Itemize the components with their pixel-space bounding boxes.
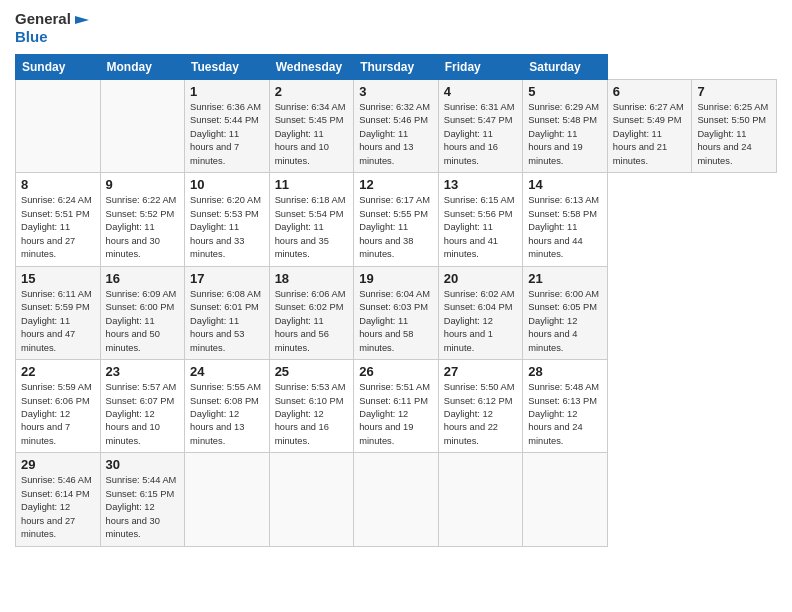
day-number: 6 <box>613 84 687 99</box>
day-info: Sunrise: 6:29 AMSunset: 5:48 PMDaylight:… <box>528 101 602 168</box>
day-number: 29 <box>21 457 95 472</box>
day-info: Sunrise: 6:24 AMSunset: 5:51 PMDaylight:… <box>21 194 95 261</box>
day-number: 2 <box>275 84 349 99</box>
day-number: 17 <box>190 271 264 286</box>
day-info: Sunrise: 6:32 AMSunset: 5:46 PMDaylight:… <box>359 101 433 168</box>
day-number: 8 <box>21 177 95 192</box>
day-info: Sunrise: 5:57 AMSunset: 6:07 PMDaylight:… <box>106 381 180 448</box>
day-info: Sunrise: 6:09 AMSunset: 6:00 PMDaylight:… <box>106 288 180 355</box>
day-number: 23 <box>106 364 180 379</box>
day-cell: 20Sunrise: 6:02 AMSunset: 6:04 PMDayligh… <box>438 266 523 359</box>
day-cell: 1Sunrise: 6:36 AMSunset: 5:44 PMDaylight… <box>185 80 270 173</box>
day-info: Sunrise: 6:06 AMSunset: 6:02 PMDaylight:… <box>275 288 349 355</box>
day-cell: 4Sunrise: 6:31 AMSunset: 5:47 PMDaylight… <box>438 80 523 173</box>
day-number: 1 <box>190 84 264 99</box>
day-cell: 24Sunrise: 5:55 AMSunset: 6:08 PMDayligh… <box>185 360 270 453</box>
empty-cell <box>100 80 185 173</box>
day-of-week-header: Wednesday <box>269 55 354 80</box>
day-number: 22 <box>21 364 95 379</box>
day-cell: 19Sunrise: 6:04 AMSunset: 6:03 PMDayligh… <box>354 266 439 359</box>
day-number: 24 <box>190 364 264 379</box>
day-cell: 2Sunrise: 6:34 AMSunset: 5:45 PMDaylight… <box>269 80 354 173</box>
day-number: 13 <box>444 177 518 192</box>
day-info: Sunrise: 5:46 AMSunset: 6:14 PMDaylight:… <box>21 474 95 541</box>
day-info: Sunrise: 5:48 AMSunset: 6:13 PMDaylight:… <box>528 381 602 448</box>
day-cell: 11Sunrise: 6:18 AMSunset: 5:54 PMDayligh… <box>269 173 354 266</box>
day-info: Sunrise: 6:31 AMSunset: 5:47 PMDaylight:… <box>444 101 518 168</box>
day-info: Sunrise: 6:08 AMSunset: 6:01 PMDaylight:… <box>190 288 264 355</box>
day-of-week-header: Friday <box>438 55 523 80</box>
day-info: Sunrise: 6:13 AMSunset: 5:58 PMDaylight:… <box>528 194 602 261</box>
day-cell: 23Sunrise: 5:57 AMSunset: 6:07 PMDayligh… <box>100 360 185 453</box>
day-cell: 9Sunrise: 6:22 AMSunset: 5:52 PMDaylight… <box>100 173 185 266</box>
day-cell: 6Sunrise: 6:27 AMSunset: 5:49 PMDaylight… <box>607 80 692 173</box>
day-number: 19 <box>359 271 433 286</box>
day-cell: 5Sunrise: 6:29 AMSunset: 5:48 PMDaylight… <box>523 80 608 173</box>
day-cell: 29Sunrise: 5:46 AMSunset: 6:14 PMDayligh… <box>16 453 101 546</box>
day-number: 5 <box>528 84 602 99</box>
day-cell: 12Sunrise: 6:17 AMSunset: 5:55 PMDayligh… <box>354 173 439 266</box>
day-info: Sunrise: 5:55 AMSunset: 6:08 PMDaylight:… <box>190 381 264 448</box>
day-info: Sunrise: 6:02 AMSunset: 6:04 PMDaylight:… <box>444 288 518 355</box>
day-info: Sunrise: 6:18 AMSunset: 5:54 PMDaylight:… <box>275 194 349 261</box>
day-info: Sunrise: 5:53 AMSunset: 6:10 PMDaylight:… <box>275 381 349 448</box>
day-number: 16 <box>106 271 180 286</box>
calendar-table: SundayMondayTuesdayWednesdayThursdayFrid… <box>15 54 777 547</box>
day-of-week-header: Saturday <box>523 55 608 80</box>
day-cell: 3Sunrise: 6:32 AMSunset: 5:46 PMDaylight… <box>354 80 439 173</box>
day-cell: 15Sunrise: 6:11 AMSunset: 5:59 PMDayligh… <box>16 266 101 359</box>
day-number: 27 <box>444 364 518 379</box>
day-number: 11 <box>275 177 349 192</box>
empty-cell <box>523 453 608 546</box>
day-number: 3 <box>359 84 433 99</box>
day-cell: 18Sunrise: 6:06 AMSunset: 6:02 PMDayligh… <box>269 266 354 359</box>
day-number: 12 <box>359 177 433 192</box>
day-info: Sunrise: 6:04 AMSunset: 6:03 PMDaylight:… <box>359 288 433 355</box>
logo: General Blue <box>15 10 91 46</box>
empty-cell <box>354 453 439 546</box>
day-cell: 25Sunrise: 5:53 AMSunset: 6:10 PMDayligh… <box>269 360 354 453</box>
day-cell: 16Sunrise: 6:09 AMSunset: 6:00 PMDayligh… <box>100 266 185 359</box>
header: General Blue <box>15 10 777 46</box>
day-of-week-header: Sunday <box>16 55 101 80</box>
day-number: 4 <box>444 84 518 99</box>
day-number: 20 <box>444 271 518 286</box>
day-cell: 22Sunrise: 5:59 AMSunset: 6:06 PMDayligh… <box>16 360 101 453</box>
day-info: Sunrise: 5:44 AMSunset: 6:15 PMDaylight:… <box>106 474 180 541</box>
day-info: Sunrise: 6:22 AMSunset: 5:52 PMDaylight:… <box>106 194 180 261</box>
day-cell: 7Sunrise: 6:25 AMSunset: 5:50 PMDaylight… <box>692 80 777 173</box>
day-info: Sunrise: 6:00 AMSunset: 6:05 PMDaylight:… <box>528 288 602 355</box>
day-number: 21 <box>528 271 602 286</box>
empty-cell <box>438 453 523 546</box>
day-number: 26 <box>359 364 433 379</box>
day-number: 7 <box>697 84 771 99</box>
day-of-week-header: Thursday <box>354 55 439 80</box>
day-info: Sunrise: 6:34 AMSunset: 5:45 PMDaylight:… <box>275 101 349 168</box>
day-number: 9 <box>106 177 180 192</box>
page: General Blue SundayMondayTuesdayWednesda… <box>0 0 792 612</box>
day-number: 30 <box>106 457 180 472</box>
day-cell: 14Sunrise: 6:13 AMSunset: 5:58 PMDayligh… <box>523 173 608 266</box>
svg-marker-0 <box>75 16 89 24</box>
day-number: 10 <box>190 177 264 192</box>
day-info: Sunrise: 6:15 AMSunset: 5:56 PMDaylight:… <box>444 194 518 261</box>
day-cell: 28Sunrise: 5:48 AMSunset: 6:13 PMDayligh… <box>523 360 608 453</box>
empty-cell <box>269 453 354 546</box>
day-info: Sunrise: 6:17 AMSunset: 5:55 PMDaylight:… <box>359 194 433 261</box>
day-number: 14 <box>528 177 602 192</box>
day-number: 18 <box>275 271 349 286</box>
day-of-week-header: Monday <box>100 55 185 80</box>
empty-cell <box>185 453 270 546</box>
day-cell: 21Sunrise: 6:00 AMSunset: 6:05 PMDayligh… <box>523 266 608 359</box>
day-info: Sunrise: 5:59 AMSunset: 6:06 PMDaylight:… <box>21 381 95 448</box>
day-number: 15 <box>21 271 95 286</box>
day-cell: 30Sunrise: 5:44 AMSunset: 6:15 PMDayligh… <box>100 453 185 546</box>
day-cell: 27Sunrise: 5:50 AMSunset: 6:12 PMDayligh… <box>438 360 523 453</box>
day-number: 28 <box>528 364 602 379</box>
day-info: Sunrise: 6:25 AMSunset: 5:50 PMDaylight:… <box>697 101 771 168</box>
day-info: Sunrise: 5:50 AMSunset: 6:12 PMDaylight:… <box>444 381 518 448</box>
day-cell: 26Sunrise: 5:51 AMSunset: 6:11 PMDayligh… <box>354 360 439 453</box>
day-cell: 17Sunrise: 6:08 AMSunset: 6:01 PMDayligh… <box>185 266 270 359</box>
day-info: Sunrise: 6:36 AMSunset: 5:44 PMDaylight:… <box>190 101 264 168</box>
day-cell: 10Sunrise: 6:20 AMSunset: 5:53 PMDayligh… <box>185 173 270 266</box>
